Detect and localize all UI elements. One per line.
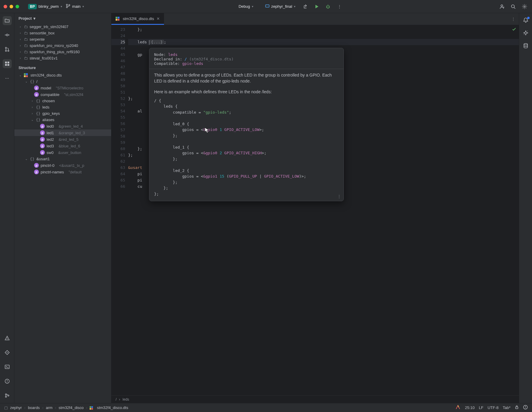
vcs-branch-selector[interactable]: main ▾ bbox=[66, 4, 84, 9]
debug-button[interactable] bbox=[324, 3, 332, 10]
structure-tool-button[interactable] bbox=[3, 59, 12, 68]
maximize-window[interactable] bbox=[16, 5, 19, 8]
minimize-window[interactable] bbox=[10, 5, 13, 8]
status-bar: ▢ zephyr› boards› arm› stm32f4_disco› st… bbox=[0, 403, 532, 412]
editor-breadcrumb[interactable]: / › leds bbox=[111, 395, 519, 403]
gutter: 23 24 25 44 45 46 47 48 49 50 51 52 53 5… bbox=[111, 25, 128, 395]
svg-point-1 bbox=[66, 7, 68, 8]
build-button[interactable] bbox=[301, 3, 309, 10]
line-separator[interactable]: LF bbox=[479, 405, 483, 410]
structure-prop[interactable]: pcompatible "st,stm32f4 bbox=[14, 91, 111, 98]
structure-node[interactable]: ⌄{}/ bbox=[14, 78, 111, 85]
services-tool-button[interactable] bbox=[3, 348, 12, 357]
window-controls bbox=[4, 5, 19, 8]
svg-rect-31 bbox=[91, 406, 93, 408]
chevron-down-icon: ▾ bbox=[82, 5, 84, 8]
ai-assistant-button[interactable] bbox=[523, 30, 528, 36]
branch-name: main bbox=[72, 4, 81, 9]
dts-file-icon bbox=[24, 73, 29, 77]
notifications-button[interactable] bbox=[523, 17, 528, 24]
search-button[interactable] bbox=[509, 3, 517, 10]
svg-point-8 bbox=[6, 34, 8, 36]
folder-item[interactable]: ›🗀sparkfun_thing_plus_nrf9160 bbox=[14, 49, 111, 55]
folder-item[interactable]: ›🗀sensortile_box bbox=[14, 30, 111, 36]
tool-rail-right bbox=[519, 13, 532, 403]
close-tab-icon[interactable]: ✕ bbox=[157, 16, 160, 21]
close-window[interactable] bbox=[4, 5, 7, 8]
folder-item[interactable]: ›🗀serpente bbox=[14, 36, 111, 42]
structure-node[interactable]: ⌄{}&usart1 bbox=[14, 156, 111, 162]
structure-node[interactable]: ›{}gpio_keys bbox=[14, 110, 111, 117]
svg-point-9 bbox=[5, 47, 7, 48]
svg-rect-13 bbox=[7, 62, 9, 63]
svg-rect-32 bbox=[90, 408, 91, 409]
project-tool-button[interactable] bbox=[3, 16, 12, 25]
tool-rail-left: ⋯ bbox=[0, 13, 14, 403]
tab-file[interactable]: stm32f4_disco.dts ✕ bbox=[111, 13, 164, 25]
tab-options-button[interactable]: ⋮ bbox=[508, 13, 519, 25]
svg-rect-21 bbox=[24, 73, 26, 75]
indent-setting[interactable]: Tab* bbox=[503, 405, 510, 410]
structure-node[interactable]: ⌄{}aliases bbox=[14, 117, 111, 123]
navigation-bar[interactable]: ▢ zephyr› boards› arm› stm32f4_disco› st… bbox=[4, 405, 128, 410]
caret-position[interactable]: 25:10 bbox=[465, 405, 475, 410]
commit-tool-button[interactable] bbox=[3, 30, 12, 39]
settings-button[interactable] bbox=[521, 3, 528, 10]
pull-requests-tool-button[interactable] bbox=[3, 45, 12, 54]
svg-rect-22 bbox=[26, 73, 28, 75]
svg-point-18 bbox=[5, 394, 7, 395]
svg-rect-24 bbox=[26, 75, 28, 77]
fold-region[interactable]: {...} bbox=[150, 40, 164, 44]
folder-item[interactable]: ›🗀steval_fcu001v1 bbox=[14, 55, 111, 61]
svg-rect-14 bbox=[5, 64, 7, 66]
svg-point-10 bbox=[5, 50, 7, 51]
sidebar: Project ▾ ›🗀segger_trb_stm32f407 ›🗀senso… bbox=[14, 13, 111, 403]
problems-alt-button[interactable] bbox=[3, 377, 12, 386]
folder-item[interactable]: ›🗀segger_trb_stm32f407 bbox=[14, 24, 111, 30]
ide-logo-icon[interactable] bbox=[455, 405, 461, 411]
target-name: zephyr_final bbox=[271, 4, 292, 9]
popup-options-button[interactable]: ⋮ bbox=[337, 194, 341, 199]
code[interactable]: 💡 › }; leds {...}; gp }; bbox=[128, 25, 519, 395]
structure-root[interactable]: ⌄ stm32f4_disco.dts bbox=[14, 72, 111, 78]
editor-tabs: stm32f4_disco.dts ✕ ⋮ bbox=[111, 13, 519, 25]
structure-prop[interactable]: psw0 &user_button bbox=[14, 149, 111, 156]
structure-prop[interactable]: pled3 &blue_led_6 bbox=[14, 143, 111, 149]
folder-item[interactable]: ›🗀sparkfun_pro_micro_rp2040 bbox=[14, 42, 111, 49]
editor-body[interactable]: 23 24 25 44 45 46 47 48 49 50 51 52 53 5… bbox=[111, 25, 519, 395]
vcs-tool-button[interactable] bbox=[3, 391, 12, 400]
file-encoding[interactable]: UTF-8 bbox=[487, 405, 499, 410]
structure-panel-title: Structure bbox=[14, 61, 111, 72]
svg-rect-25 bbox=[116, 17, 117, 19]
structure-prop[interactable]: pled1 &orange_led_3 bbox=[14, 129, 111, 136]
svg-point-5 bbox=[501, 5, 503, 7]
structure-prop[interactable]: pmodel "STMicroelectro bbox=[14, 85, 111, 91]
readonly-toggle[interactable] bbox=[515, 405, 519, 410]
code-with-me-button[interactable] bbox=[498, 3, 506, 10]
svg-point-7 bbox=[524, 6, 525, 7]
project-tree: ›🗀segger_trb_stm32f407 ›🗀sensortile_box … bbox=[14, 24, 111, 403]
project-selector[interactable]: BP blinky_pwm ▾ bbox=[28, 4, 62, 9]
editor-area: stm32f4_disco.dts ✕ ⋮ 23 24 25 44 45 46 … bbox=[111, 13, 519, 403]
run-button[interactable] bbox=[313, 3, 321, 10]
database-button[interactable] bbox=[523, 43, 528, 49]
inspection-ok-icon[interactable] bbox=[512, 27, 516, 33]
run-config-selector[interactable]: Debug ▾ bbox=[239, 4, 253, 9]
doc-example: / { leds { compatible = "gpio-leds"; led… bbox=[154, 98, 339, 197]
status-info-icon[interactable] bbox=[523, 405, 528, 411]
structure-prop[interactable]: ppinctrl-names "default bbox=[14, 169, 111, 175]
terminal-tool-button[interactable] bbox=[3, 362, 12, 371]
svg-rect-26 bbox=[118, 17, 119, 19]
structure-prop[interactable]: pled2 &red_led_5 bbox=[14, 136, 111, 143]
project-panel-title[interactable]: Project ▾ bbox=[14, 13, 111, 24]
run-config-name: Debug bbox=[239, 4, 250, 9]
structure-node[interactable]: ›{}leds bbox=[14, 104, 111, 110]
target-selector[interactable]: zephyr_final ▾ bbox=[265, 4, 295, 9]
more-actions-button[interactable]: ⋮ bbox=[335, 3, 343, 10]
svg-rect-28 bbox=[118, 19, 119, 21]
structure-prope44a243[interactable]: ppinctrl-0 <&usart1_tx_p bbox=[14, 162, 111, 169]
more-tools-button[interactable]: ⋯ bbox=[3, 74, 12, 83]
structure-node[interactable]: ›{}chosen bbox=[14, 98, 111, 104]
structure-prop[interactable]: pled0 &green_led_4 bbox=[14, 123, 111, 129]
problems-tool-button[interactable] bbox=[3, 334, 12, 343]
